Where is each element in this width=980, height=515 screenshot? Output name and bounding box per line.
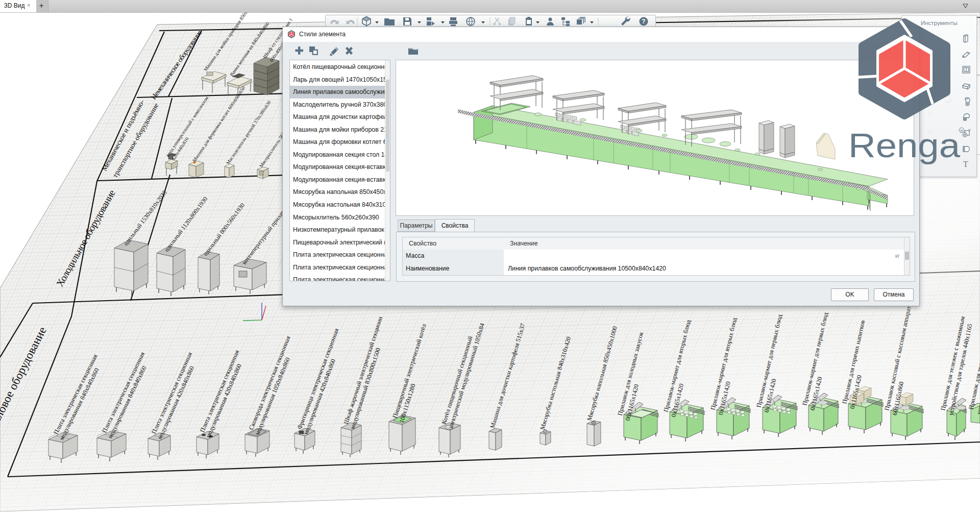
svg-text:Renga: Renga <box>848 126 961 164</box>
svg-text:?: ? <box>642 18 645 25</box>
svg-text:R: R <box>960 129 963 133</box>
